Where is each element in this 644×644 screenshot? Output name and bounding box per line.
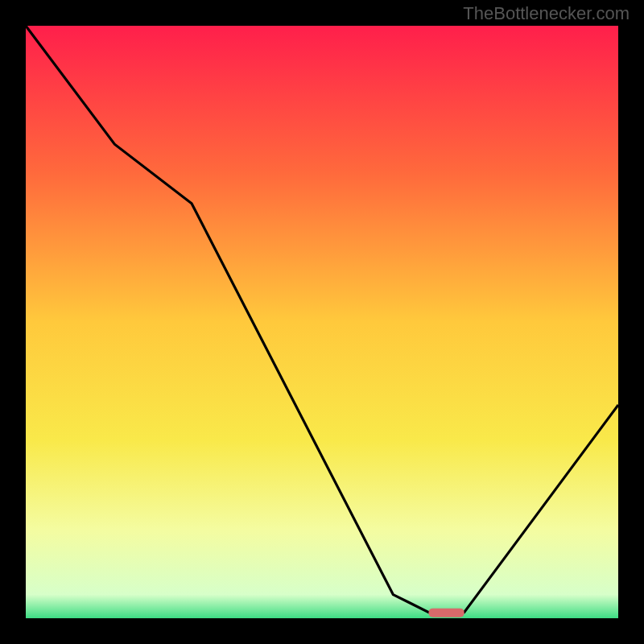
- sweet-spot-marker: [428, 609, 464, 617]
- chart-background: [26, 26, 618, 618]
- watermark-text: TheBottlenecker.com: [463, 3, 630, 24]
- chart-container: [26, 26, 618, 618]
- bottleneck-chart: [26, 26, 618, 618]
